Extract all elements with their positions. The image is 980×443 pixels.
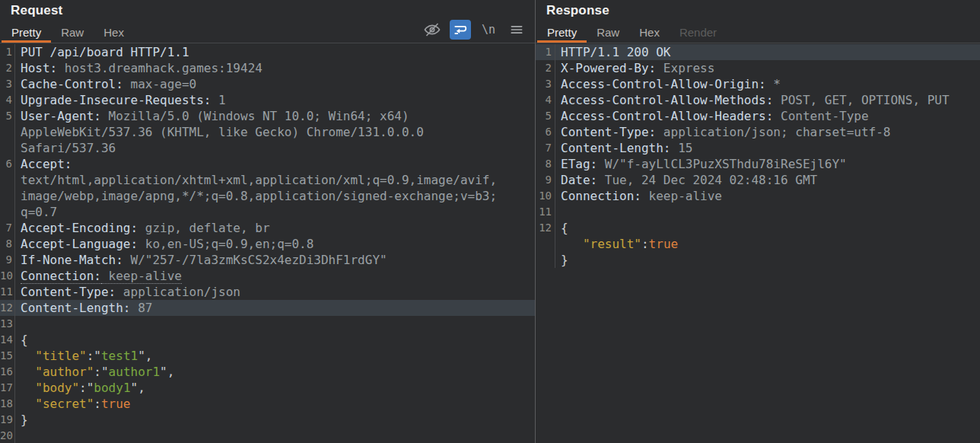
request-editor[interactable]: 1PUT /api/board HTTP/1.12Host: host3.dre… xyxy=(0,43,535,443)
code-line: "result":true xyxy=(555,236,980,252)
code-segment: image/webp,image/apng,*/*;q=0.8,applicat… xyxy=(21,189,497,203)
response-editor[interactable]: 1HTTP/1.1 200 OK2X-Powered-By: Express3A… xyxy=(536,43,980,443)
code-row: 2Host: host3.dreamhack.games:19424 xyxy=(0,60,535,76)
code-line: image/webp,image/apng,*/*;q=0.8,applicat… xyxy=(15,188,526,204)
code-segment: * xyxy=(766,77,781,91)
code-segment: q=0.7 xyxy=(21,205,57,219)
code-row: 8Accept-Language: ko,en-US;q=0.9,en;q=0.… xyxy=(0,236,535,252)
line-number xyxy=(0,204,15,220)
line-number: 11 xyxy=(0,284,15,300)
tab-hex[interactable]: Hex xyxy=(629,21,670,43)
code-segment xyxy=(21,349,35,363)
code-line: Content-Type: application/json xyxy=(15,284,526,300)
code-segment: true xyxy=(649,237,679,251)
code-segment: Content-Type xyxy=(773,109,868,123)
newline-icon[interactable]: \n xyxy=(478,20,499,40)
code-row: 11Content-Type: application/json xyxy=(0,284,535,300)
code-segment: "body" xyxy=(35,381,79,395)
tab-raw[interactable]: Raw xyxy=(51,21,94,43)
code-segment: : xyxy=(641,237,649,251)
request-header: Request xyxy=(0,0,535,21)
code-segment: ", xyxy=(138,349,152,363)
code-line: User-Agent: Mozilla/5.0 (Windows NT 10.0… xyxy=(15,108,526,124)
code-line: q=0.7 xyxy=(15,204,526,220)
code-segment: Upgrade-Insecure-Requests: xyxy=(21,93,211,107)
code-row: 5Access-Control-Allow-Headers: Content-T… xyxy=(536,108,980,124)
code-segment: "title" xyxy=(35,349,86,363)
line-number: 1 xyxy=(0,44,15,60)
code-line: "author":"author1", xyxy=(15,364,526,380)
code-row: 7Content-Length: 15 xyxy=(536,140,980,156)
tab-raw[interactable]: Raw xyxy=(587,21,629,43)
code-row: 14{ xyxy=(0,332,535,348)
code-segment: HTTP/1.1 200 OK xyxy=(561,45,671,59)
code-segment: Content-Type: xyxy=(21,285,116,299)
line-number: 13 xyxy=(0,316,15,332)
code-row: 1PUT /api/board HTTP/1.1 xyxy=(0,44,535,60)
code-line: X-Powered-By: Express xyxy=(555,60,980,76)
code-row: 15 "title":"test1", xyxy=(0,348,535,364)
code-segment xyxy=(21,397,35,411)
code-line xyxy=(15,428,526,443)
code-segment: text/html,application/xhtml+xml,applicat… xyxy=(21,173,497,187)
line-number: 1 xyxy=(536,44,555,60)
code-segment: Accept-Encoding: xyxy=(21,221,138,235)
code-segment: keep-alive xyxy=(641,189,722,203)
code-row: 4Access-Control-Allow-Methods: POST, GET… xyxy=(536,92,980,108)
code-line: Accept: xyxy=(15,156,526,172)
code-segment: User-Agent: xyxy=(21,109,101,123)
code-segment: max-age=0 xyxy=(123,77,196,91)
code-line: { xyxy=(15,332,526,348)
code-segment: : xyxy=(79,381,87,395)
line-number: 5 xyxy=(0,108,15,124)
code-row: 5User-Agent: Mozilla/5.0 (Windows NT 10.… xyxy=(0,108,535,124)
code-row: 19} xyxy=(0,412,535,428)
word-wrap-icon[interactable] xyxy=(450,20,471,40)
code-segment: PUT /api/board HTTP/1.1 xyxy=(21,45,189,59)
code-segment: Connection: xyxy=(21,269,101,284)
line-number: 8 xyxy=(536,156,555,172)
code-segment: { xyxy=(21,333,28,347)
code-row: 18 "secret":true xyxy=(0,396,535,412)
code-line: Safari/537.36 xyxy=(15,140,526,156)
request-toolbar: \n xyxy=(422,20,527,40)
code-segment: "author" xyxy=(35,365,94,379)
code-segment: { xyxy=(561,221,568,235)
code-line: Content-Type: application/json; charset=… xyxy=(555,124,980,140)
line-number: 19 xyxy=(0,412,15,428)
line-number: 10 xyxy=(536,188,555,204)
tab-pretty[interactable]: Pretty xyxy=(537,21,587,43)
line-number: 10 xyxy=(0,268,15,284)
code-row: 2X-Powered-By: Express xyxy=(536,60,980,76)
code-segment: Mozilla/5.0 (Windows NT 10.0; Win64; x64… xyxy=(101,109,409,123)
code-line: Cache-Control: max-age=0 xyxy=(15,76,526,92)
code-row: Safari/537.36 xyxy=(0,140,535,156)
eye-slash-icon[interactable] xyxy=(422,20,443,40)
code-line: Host: host3.dreamhack.games:19424 xyxy=(15,60,526,76)
tab-hex[interactable]: Hex xyxy=(94,21,134,43)
code-segment: keep-alive xyxy=(101,269,182,284)
code-segment: Safari/537.36 xyxy=(21,141,116,155)
code-segment: X-Powered-By: xyxy=(561,61,656,75)
code-line: Accept-Language: ko,en-US;q=0.9,en;q=0.8 xyxy=(15,236,526,252)
line-number: 12 xyxy=(536,220,555,236)
code-row: 12Content-Length: 87 xyxy=(0,300,535,316)
line-number xyxy=(536,236,555,252)
code-row: image/webp,image/apng,*/*;q=0.8,applicat… xyxy=(0,188,535,204)
code-segment: ko,en-US;q=0.9,en;q=0.8 xyxy=(138,237,313,251)
code-segment: } xyxy=(21,413,28,427)
tab-render: Render xyxy=(670,21,727,43)
line-number: 9 xyxy=(536,172,555,188)
code-segment: Date: xyxy=(561,173,597,187)
line-number: 3 xyxy=(0,76,15,92)
tabbar-separator xyxy=(0,43,535,43)
tab-pretty[interactable]: Pretty xyxy=(2,21,51,43)
line-number: 7 xyxy=(0,220,15,236)
menu-icon[interactable] xyxy=(506,20,527,40)
code-row: 7Accept-Encoding: gzip, deflate, br xyxy=(0,220,535,236)
code-line: Connection: keep-alive xyxy=(15,268,526,284)
line-number xyxy=(0,172,15,188)
line-number xyxy=(536,252,555,268)
code-line: ETag: W/"f-ayLlCL3PuzXSThdu78iReSEjl6Y" xyxy=(555,156,980,172)
code-segment: AppleWebKit/537.36 (KHTML, like Gecko) C… xyxy=(21,125,424,139)
